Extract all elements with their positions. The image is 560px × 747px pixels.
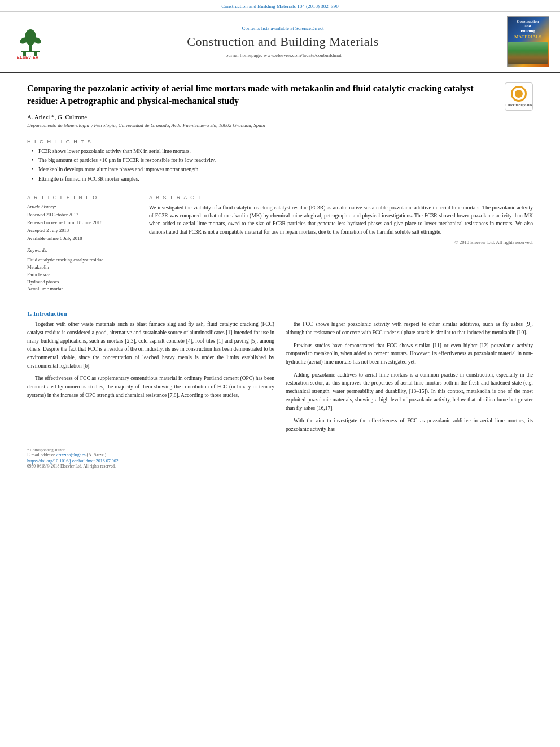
email-line: E-mail address: arizzina@ugr.es (A. Ariz… [27, 452, 533, 457]
footer-notes: * Corresponding author. E-mail address: … [27, 445, 533, 469]
svg-text:ELSEVIER: ELSEVIER [17, 55, 39, 59]
abstract-paragraph: We investigated the viability of a fluid… [149, 204, 533, 236]
intro-text-right: the FCC shows higher pozzolanic activity… [286, 320, 533, 434]
history-label: Article history: [27, 204, 140, 211]
affiliation-line: Departamento de Mineralogía y Petrología… [27, 123, 533, 128]
journal-cover-area: Construction and Building MATERIALS [502, 16, 553, 67]
doi-line[interactable]: https://doi.org/10.1016/j.conbuildmat.20… [27, 458, 533, 464]
journal-cover-image: Construction and Building MATERIALS [507, 16, 549, 67]
intro-right-col: the FCC shows higher pozzolanic activity… [286, 320, 533, 438]
info-abstract-columns: A R T I C L E I N F O Article history: R… [27, 195, 533, 298]
journal-homepage: journal homepage: www.elsevier.com/locat… [224, 53, 341, 58]
introduction-columns: Together with other waste materials such… [27, 320, 533, 438]
journal-title: Construction and Building Materials [187, 34, 379, 49]
article-history-section: A R T I C L E I N F O Article history: R… [27, 195, 140, 242]
journal-citation-bar: Construction and Building Materials 184 … [0, 0, 560, 12]
keyword-4: Hydrated phases [27, 278, 140, 286]
intro-left-col: Together with other waste materials such… [27, 320, 274, 438]
intro-para-5: Adding pozzolanic additives to aerial li… [286, 371, 533, 413]
copyright-notice: © 2018 Elsevier Ltd. All rights reserved… [149, 239, 533, 245]
highlights-section: H I G H L I G H T S FC3R shows lower poz… [27, 139, 533, 183]
highlight-item-1: FC3R shows lower pozzolanic activity tha… [32, 148, 533, 155]
keywords-section: Keywords: Fluid catalytic cracking catal… [27, 247, 140, 292]
cover-materials-label: MATERIALS [514, 34, 541, 40]
intro-text-left: Together with other waste materials such… [27, 320, 274, 399]
available-date: Available online 6 July 2018 [27, 235, 140, 242]
doi-link[interactable]: https://doi.org/10.1016/j.conbuildmat.20… [27, 458, 119, 464]
article-content: Comparing the pozzolanic activity of aer… [0, 73, 560, 478]
check-for-updates-badge[interactable]: Check for updates [505, 82, 533, 111]
article-info-label: A R T I C L E I N F O [27, 195, 140, 200]
authors-line: A. Arizzi *, G. Cultrone [27, 113, 533, 120]
article-title-area: Comparing the pozzolanic activity of aer… [27, 82, 533, 108]
keywords-label: Keywords: [27, 247, 140, 254]
keyword-2: Metakaolin [27, 264, 140, 271]
intro-para-3: the FCC shows higher pozzolanic activity… [286, 320, 533, 337]
svg-point-1 [25, 29, 36, 45]
journal-title-area: Contents lists available at ScienceDirec… [63, 16, 502, 67]
intro-para-2: The effectiveness of FCC as supplementar… [27, 374, 274, 399]
intro-heading: 1. Introduction [27, 310, 533, 317]
cover-title-line1: Construction and Building [517, 19, 539, 33]
intro-para-4: Previous studies have demonstrated that … [286, 342, 533, 366]
keywords-list: Fluid catalytic cracking catalyst residu… [27, 256, 140, 292]
abstract-column: A B S T R A C T We investigated the viab… [149, 195, 533, 298]
intro-para-6: With the aim to investigate the effectiv… [286, 417, 533, 433]
cover-decorative-image [508, 42, 548, 64]
elsevier-logo-icon: ELSEVIER [12, 25, 58, 59]
accepted-date: Accepted 2 July 2018 [27, 228, 140, 234]
author-email-link[interactable]: arizzina@ugr.es [56, 452, 86, 457]
revised-date: Received in revised form 18 June 2018 [27, 220, 140, 226]
received-date: Received 20 October 2017 [27, 212, 140, 219]
keyword-5: Aerial lime mortar [27, 285, 140, 292]
keyword-3: Particle size [27, 271, 140, 278]
abstract-label: A B S T R A C T [149, 195, 533, 200]
highlights-label: H I G H L I G H T S [27, 139, 533, 145]
highlights-list: FC3R shows lower pozzolanic activity tha… [32, 148, 533, 183]
keyword-1: Fluid catalytic cracking catalyst residu… [27, 256, 140, 264]
abstract-text: We investigated the viability of a fluid… [149, 204, 533, 236]
sciencedirect-link[interactable]: Contents lists available at ScienceDirec… [242, 25, 324, 31]
check-updates-inner [515, 90, 523, 98]
issn-line: 0950-0618/© 2018 Elsevier Ltd. All right… [27, 464, 533, 469]
svg-rect-6 [21, 51, 40, 52]
highlight-item-4: Ettringite is formed in FCC3R mortar sam… [32, 176, 533, 183]
highlight-item-3: Metakaolin develops more aluminate phase… [32, 166, 533, 173]
check-updates-label: Check for updates [506, 103, 532, 107]
article-info-column: A R T I C L E I N F O Article history: R… [27, 195, 140, 298]
publisher-logo-area: ELSEVIER [7, 16, 63, 67]
divider-2 [27, 189, 533, 189]
journal-header: ELSEVIER Contents lists available at Sci… [0, 12, 560, 73]
article-title-text: Comparing the pozzolanic activity of aer… [27, 84, 474, 106]
journal-citation: Construction and Building Materials 184 … [221, 3, 338, 9]
sciencedirect-anchor[interactable]: ScienceDirect [295, 25, 323, 31]
intro-para-1: Together with other waste materials such… [27, 320, 274, 370]
corresponding-author-note: * Corresponding author. [27, 448, 533, 452]
divider-1 [27, 134, 533, 134]
introduction-section: 1. Introduction Together with other wast… [27, 310, 533, 438]
divider-3 [27, 303, 533, 303]
author-names: A. Arizzi *, G. Cultrone [27, 113, 87, 120]
highlight-item-2: The big amount of particles >10 μm in FC… [32, 157, 533, 164]
check-updates-circle [511, 86, 527, 102]
